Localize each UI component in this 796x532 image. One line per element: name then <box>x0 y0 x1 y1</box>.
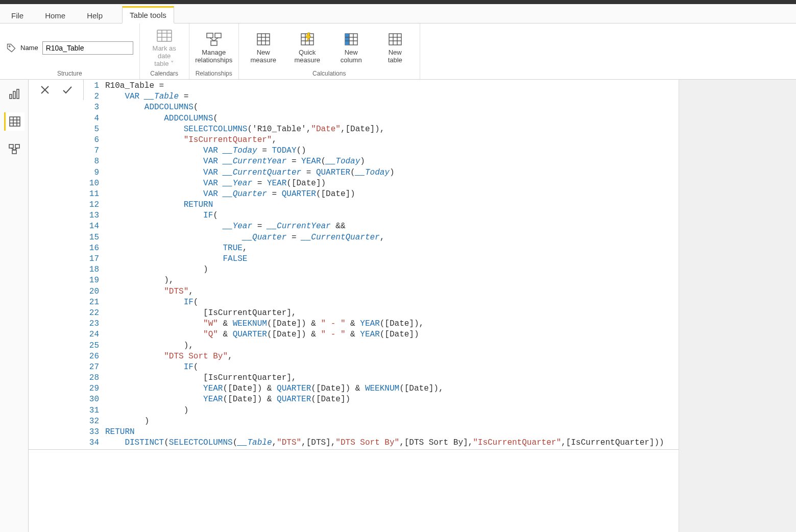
code-line[interactable]: RETURN <box>105 200 664 210</box>
code-line[interactable]: SELECTCOLUMNS('R10_Table',"Date",[Date])… <box>105 124 664 135</box>
measure-icon <box>255 32 272 47</box>
code-line[interactable]: YEAR([Date]) & QUARTER([Date]) & WEEKNUM… <box>105 383 664 394</box>
line-number: 7 <box>84 146 99 156</box>
line-number: 34 <box>84 438 99 448</box>
code-line[interactable]: ) <box>105 416 664 427</box>
line-number: 13 <box>84 210 99 221</box>
table-name-input[interactable] <box>42 41 133 55</box>
ribbon-tabs: File Home Help Table tools <box>0 4 796 23</box>
code-line[interactable]: "Q" & QUARTER([Date]) & " - " & YEAR([Da… <box>105 329 664 340</box>
code-line[interactable]: __Year = __CurrentYear && <box>105 221 664 232</box>
code-line[interactable]: __Quarter = __CurrentQuarter, <box>105 232 664 243</box>
window-titlebar <box>0 0 796 4</box>
code-line[interactable]: ADDCOLUMNS( <box>105 113 664 124</box>
svg-rect-22 <box>345 34 349 45</box>
code-line[interactable]: VAR __CurrentYear = YEAR(__Today) <box>105 156 664 167</box>
right-pane-collapsed[interactable] <box>679 80 796 532</box>
line-number: 21 <box>84 297 99 308</box>
code-line[interactable]: "DTS", <box>105 286 664 297</box>
calendar-icon <box>156 28 173 43</box>
svg-rect-6 <box>207 33 213 38</box>
group-label-calculations: Calculations <box>245 69 414 79</box>
line-number: 11 <box>84 189 99 200</box>
svg-rect-34 <box>17 89 19 99</box>
svg-rect-41 <box>15 144 19 148</box>
svg-rect-35 <box>10 117 20 126</box>
code-line[interactable]: YEAR([Date]) & QUARTER([Date]) <box>105 394 664 405</box>
code-line[interactable]: ), <box>105 275 664 286</box>
line-number: 26 <box>84 351 99 362</box>
manage-relationships-button[interactable]: Managerelationships <box>196 32 232 64</box>
ribbon: Name Structure Mark as datetable ˅ Calen… <box>0 23 796 80</box>
group-calculations: Newmeasure Quickmeasure Newcolumn Newtab… <box>239 23 420 79</box>
svg-rect-8 <box>211 41 217 45</box>
line-number: 30 <box>84 394 99 405</box>
code-line[interactable]: R10a_Table = <box>105 81 664 91</box>
svg-line-10 <box>214 38 218 41</box>
code-line[interactable]: VAR __CurrentQuarter = QUARTER(__Today) <box>105 167 664 178</box>
line-number: 18 <box>84 264 99 275</box>
new-table-button[interactable]: Newtable <box>377 32 414 64</box>
code-line[interactable]: "IsCurrentQuarter", <box>105 135 664 146</box>
code-line[interactable]: IF( <box>105 362 664 373</box>
code-line[interactable]: [IsCurrentQuarter], <box>105 373 664 383</box>
code-line[interactable]: FALSE <box>105 254 664 264</box>
tab-home[interactable]: Home <box>43 7 67 23</box>
code-line[interactable]: IF( <box>105 297 664 308</box>
line-number: 8 <box>84 156 99 167</box>
dax-editor[interactable]: 1234567891011121314151617181920212223242… <box>84 80 664 449</box>
svg-rect-32 <box>10 94 12 99</box>
svg-rect-33 <box>13 91 15 99</box>
model-view-button[interactable] <box>4 140 25 158</box>
code-line[interactable]: ADDCOLUMNS( <box>105 102 664 113</box>
line-number: 12 <box>84 200 99 210</box>
cancel-formula-icon[interactable] <box>39 84 51 96</box>
code-line[interactable]: ) <box>105 264 664 275</box>
commit-formula-icon[interactable] <box>61 84 74 96</box>
code-line[interactable]: VAR __Year = YEAR([Date]) <box>105 178 664 189</box>
formula-bar: 1234567891011121314151617181920212223242… <box>29 80 679 450</box>
report-view-button[interactable] <box>4 85 25 103</box>
model-view-icon <box>8 143 20 155</box>
line-number: 33 <box>84 427 99 438</box>
new-column-button[interactable]: Newcolumn <box>333 32 370 64</box>
quick-measure-button[interactable]: Quickmeasure <box>289 32 326 64</box>
data-view-button[interactable] <box>4 112 25 131</box>
code-line[interactable]: TRUE, <box>105 243 664 254</box>
code-line[interactable]: VAR __Table = <box>105 91 664 102</box>
code-line[interactable]: [IsCurrentQuarter], <box>105 308 664 319</box>
code-line[interactable]: VAR __Quarter = QUARTER([Date]) <box>105 189 664 200</box>
line-number: 17 <box>84 254 99 264</box>
svg-rect-27 <box>389 34 401 45</box>
new-table-icon <box>387 32 404 47</box>
code-line[interactable]: ) <box>105 405 664 416</box>
line-number: 10 <box>84 178 99 189</box>
line-number: 14 <box>84 221 99 232</box>
line-number: 32 <box>84 416 99 427</box>
line-number: 23 <box>84 319 99 329</box>
tab-help[interactable]: Help <box>85 7 105 23</box>
code-line[interactable]: "DTS Sort By", <box>105 351 664 362</box>
code-line[interactable]: VAR __Today = TODAY() <box>105 146 664 156</box>
code-line[interactable]: ), <box>105 341 664 351</box>
svg-point-0 <box>9 45 10 46</box>
svg-rect-7 <box>215 33 221 38</box>
code-line[interactable]: RETURN <box>105 427 664 438</box>
tab-table-tools[interactable]: Table tools <box>122 6 174 23</box>
line-number: 2 <box>84 91 99 102</box>
report-view-icon <box>8 88 20 100</box>
mark-as-date-table-button[interactable]: Mark as datetable ˅ <box>146 28 183 68</box>
svg-rect-1 <box>157 30 172 41</box>
code-line[interactable]: IF( <box>105 210 664 221</box>
quick-measure-icon <box>299 32 316 47</box>
code-line[interactable]: "W" & WEEKNUM([Date]) & " - " & YEAR([Da… <box>105 319 664 329</box>
line-number: 22 <box>84 308 99 319</box>
group-label-relationships: Relationships <box>196 69 232 79</box>
line-number: 31 <box>84 405 99 416</box>
code-line[interactable]: DISTINCT(SELECTCOLUMNS(__Table,"DTS",[DT… <box>105 438 664 448</box>
view-sidebar <box>0 80 29 532</box>
line-number: 9 <box>84 167 99 178</box>
line-number: 24 <box>84 329 99 340</box>
tab-file[interactable]: File <box>9 7 26 23</box>
new-measure-button[interactable]: Newmeasure <box>245 32 282 64</box>
